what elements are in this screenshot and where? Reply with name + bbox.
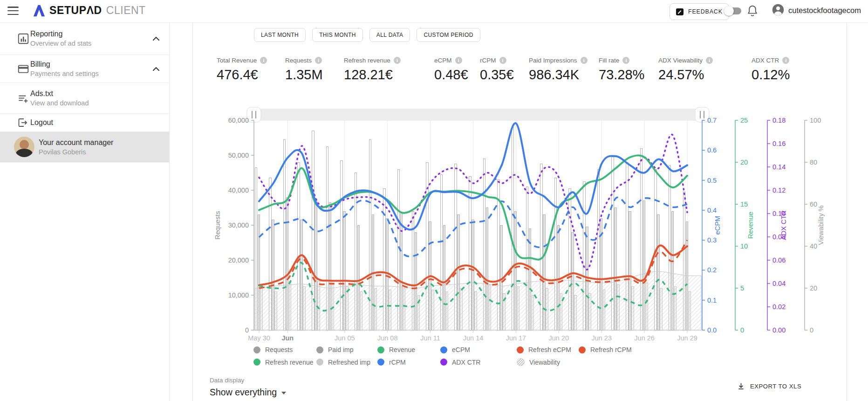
stat-label: Requestsi: [285, 57, 323, 64]
legend-item[interactable]: Refreshed imp: [316, 359, 377, 366]
svg-text:Viewability %: Viewability %: [817, 205, 825, 245]
chevron-up-icon[interactable]: [152, 67, 160, 71]
info-icon[interactable]: i: [622, 57, 629, 64]
svg-text:50,000: 50,000: [228, 152, 249, 159]
stat-value: 0.48€: [434, 67, 468, 83]
stat-label: Fill ratei: [599, 57, 644, 64]
sidebar-account-manager[interactable]: Your account manager Povilas Goberis: [0, 132, 169, 162]
legend-item[interactable]: Paid imp: [316, 346, 377, 353]
sidebar-item-title: Reporting: [30, 30, 169, 38]
color-swatch: [377, 359, 384, 366]
sidebar-item-subtitle: View and download: [30, 99, 169, 107]
svg-text:Jun 29: Jun 29: [677, 334, 697, 342]
legend-item[interactable]: Requests: [253, 346, 316, 353]
data-display-dropdown[interactable]: Show everything: [210, 387, 286, 398]
theme-toggle[interactable]: [725, 7, 741, 14]
stat-value: 73.28%: [599, 67, 644, 83]
setupad-client-page: SETUPΛD CLIENT FEEDBACK cutestockfootage…: [0, 0, 868, 401]
info-icon[interactable]: i: [455, 57, 462, 64]
svg-text:0.3: 0.3: [707, 236, 717, 244]
svg-text:eCPM: eCPM: [714, 216, 721, 235]
legend-item[interactable]: rCPM: [377, 359, 440, 366]
legend-item[interactable]: eCPM: [440, 346, 517, 353]
svg-text:0.7: 0.7: [707, 117, 717, 124]
manager-avatar: [14, 137, 34, 157]
notifications-bell-icon[interactable]: [746, 4, 759, 17]
scrollbar-track[interactable]: [847, 22, 847, 401]
svg-text:0.1: 0.1: [707, 297, 717, 304]
svg-text:Jun 05: Jun 05: [335, 334, 355, 342]
stat-value: 0.12%: [752, 67, 790, 83]
svg-text:40: 40: [810, 242, 817, 250]
hamburger-menu-icon[interactable]: [7, 7, 19, 15]
stat-label: Refresh revenuei: [344, 57, 401, 64]
stat-value: 476.4€: [217, 67, 267, 83]
legend-item[interactable]: Refresh eCPM: [517, 346, 579, 353]
svg-text:0.18: 0.18: [772, 117, 786, 124]
data-display-label: Data display: [210, 377, 286, 384]
info-icon[interactable]: i: [581, 57, 588, 64]
svg-text:20,000: 20,000: [228, 256, 249, 264]
legend-item[interactable]: Viewability: [517, 358, 579, 366]
content-divider: [192, 22, 193, 401]
svg-text:Jun 17: Jun 17: [506, 334, 526, 342]
color-swatch: [440, 359, 447, 366]
svg-text:5: 5: [740, 284, 744, 292]
stat-card: ADX Viewabilityi24.57%: [658, 57, 713, 83]
stat-label: Paid Impressionsi: [529, 57, 588, 64]
setupad-logo: SETUPΛD CLIENT: [33, 4, 146, 17]
sidebar-item-logout[interactable]: Logout: [0, 114, 169, 132]
navigator-handle-left[interactable]: [247, 107, 261, 122]
svg-text:10,000: 10,000: [228, 291, 249, 299]
info-icon[interactable]: i: [260, 57, 267, 64]
stat-value: 1.35M: [285, 67, 323, 83]
sidebar: Reporting Overview of ad stats Billing P…: [0, 22, 170, 401]
svg-text:0: 0: [245, 326, 249, 334]
legend-item[interactable]: Refresh rCPM: [579, 346, 632, 353]
color-swatch: [440, 346, 447, 353]
legend-item[interactable]: Revenue: [377, 346, 440, 353]
svg-text:25: 25: [740, 117, 748, 124]
svg-text:80: 80: [810, 159, 817, 166]
brand-text: SETUPΛD: [49, 4, 102, 17]
svg-text:30,000: 30,000: [228, 221, 249, 229]
username[interactable]: cutestockfootagecom: [788, 6, 861, 15]
ad-stats-chart[interactable]: 010,00020,00030,00040,00050,00060,000Req…: [196, 89, 847, 347]
svg-text:0.2: 0.2: [707, 266, 717, 274]
svg-text:0.02: 0.02: [772, 303, 786, 311]
legend-item[interactable]: ADX CTR: [440, 359, 517, 366]
user-avatar-icon[interactable]: [772, 3, 785, 16]
bar-chart-icon: [17, 33, 29, 45]
sidebar-item-reporting[interactable]: Reporting Overview of ad stats: [0, 22, 169, 55]
legend-item[interactable]: Refresh revenue: [253, 359, 316, 366]
svg-text:0.4: 0.4: [707, 207, 717, 214]
export-to-xls-button[interactable]: EXPORT TO XLS: [737, 382, 801, 390]
svg-text:60,000: 60,000: [228, 117, 249, 124]
stat-card: ADX CTRi0.12%: [752, 57, 790, 83]
info-icon[interactable]: i: [315, 57, 322, 64]
svg-text:Jun 23: Jun 23: [591, 334, 612, 342]
info-icon[interactable]: i: [782, 57, 789, 64]
period-button[interactable]: CUSTOM PERIOD: [417, 28, 480, 42]
top-bar: SETUPΛD CLIENT FEEDBACK cutestockfootage…: [0, 0, 868, 23]
sidebar-item-subtitle: Payments and settings: [30, 70, 169, 77]
chevron-up-icon[interactable]: [152, 36, 160, 41]
period-button[interactable]: ALL DATA: [369, 28, 410, 42]
period-button[interactable]: LAST MONTH: [254, 28, 306, 42]
info-icon[interactable]: i: [394, 57, 401, 64]
sidebar-item-title: Ads.txt: [30, 90, 169, 98]
credit-card-icon: [17, 63, 29, 75]
svg-text:100: 100: [810, 117, 821, 124]
period-button[interactable]: THIS MONTH: [312, 28, 363, 42]
sidebar-item-billing[interactable]: Billing Payments and settings: [0, 55, 169, 83]
feedback-button[interactable]: FEEDBACK: [670, 3, 729, 20]
sidebar-item-adstxt[interactable]: Ads.txt View and download: [0, 83, 169, 114]
svg-text:0.00: 0.00: [772, 326, 786, 334]
svg-text:Requests: Requests: [214, 211, 221, 239]
info-icon[interactable]: i: [499, 57, 506, 64]
svg-text:0.16: 0.16: [772, 140, 786, 147]
svg-text:Jun 14: Jun 14: [463, 334, 484, 342]
navigator-band[interactable]: [254, 109, 702, 121]
info-icon[interactable]: i: [706, 57, 713, 64]
stat-card: Refresh revenuei128.21€: [344, 57, 401, 83]
